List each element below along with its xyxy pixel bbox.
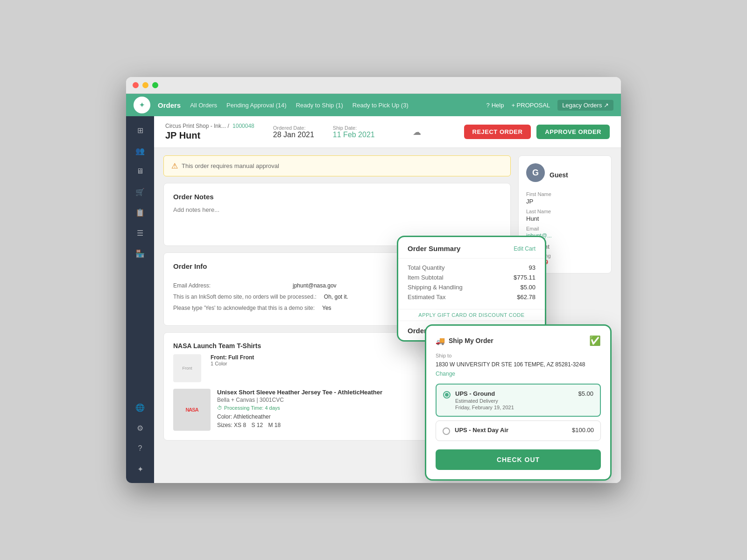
ship-date-block: Ship Date: 11 Feb 2021 [333, 125, 375, 139]
product-image-front: Front [173, 354, 201, 382]
summary-label-2: Shipping & Handling [408, 284, 463, 291]
nav-pending-approval[interactable]: Pending Approval (14) [226, 102, 287, 109]
ship-popup-title: 🚚 Ship My Order [436, 336, 493, 345]
help-link[interactable]: ? Help [486, 102, 504, 109]
guest-avatar: G [526, 163, 545, 182]
summary-row-2: Shipping & Handling $5.00 [408, 284, 536, 291]
shipping-option-next-day[interactable]: UPS - Next Day Air $100.00 [436, 420, 601, 441]
size-m-qty: 18 [275, 422, 281, 428]
maximize-button[interactable] [152, 82, 158, 88]
info-value-2: Yes [322, 305, 331, 311]
truck-icon: 🚚 [436, 336, 445, 345]
title-bar [126, 77, 621, 94]
sidebar-item-settings[interactable]: ⚙ [132, 420, 148, 436]
sidebar-item-help[interactable]: ? [132, 440, 148, 457]
size-s: S [251, 422, 255, 428]
radio-next-day [443, 427, 450, 435]
info-value-1: Oh, got it. [324, 294, 348, 300]
order-title-block: Circus Print Shop - Ink... / 1000048 JP … [165, 123, 254, 141]
sidebar: ⊞ 👥 🖥 🛒 📋 ☰ 🏪 🌐 ⚙ ? ✦ [126, 116, 154, 483]
ordered-label: Ordered Date: [273, 125, 314, 131]
info-label-0: Email Address: [173, 282, 285, 289]
summary-row-1: Item Subtotal $775.11 [408, 274, 536, 281]
colors-label: 1 Color [211, 361, 254, 366]
popup-title: Order Summary [408, 245, 460, 252]
first-name-value: JP [526, 198, 604, 205]
ship-label: Ship Date: [333, 125, 375, 131]
shipping-option-ground[interactable]: UPS - Ground Estimated Delivery Friday, … [436, 384, 601, 417]
sidebar-item-store[interactable]: 🏪 [132, 245, 148, 262]
shipping-ground-name: UPS - Ground [455, 390, 514, 397]
order-number-link[interactable]: 1000048 [233, 123, 254, 129]
alert-banner: ⚠ This order requires manual approval [163, 155, 511, 176]
ship-date: 11 Feb 2021 [333, 131, 375, 139]
sidebar-item-clipboard[interactable]: 📋 [132, 204, 148, 221]
summary-label-3: Estimated Tax [408, 294, 445, 301]
reject-order-button[interactable]: REJECT ORDER [464, 125, 531, 139]
close-button[interactable] [133, 82, 139, 88]
popup-header: Order Summary Edit Cart [398, 237, 545, 259]
radio-inner-ground [445, 393, 449, 397]
breadcrumb: Circus Print Shop - Ink... / 1000048 [165, 123, 254, 129]
summary-value-0: 93 [529, 264, 536, 271]
ship-to-section-label: Ship to [436, 353, 601, 358]
minimize-button[interactable] [142, 82, 148, 88]
nav-all-orders[interactable]: All Orders [190, 102, 217, 109]
nav-ready-to-pickup[interactable]: Ready to Pick Up (3) [352, 102, 409, 109]
size-m: M [268, 422, 273, 428]
shipping-ground-delivery-label: Estimated Delivery [455, 398, 514, 404]
cloud-upload-icon: ☁ [413, 127, 421, 137]
discount-link[interactable]: APPLY GIFT CARD OR DISCOUNT CODE [398, 309, 545, 321]
sidebar-item-monitor[interactable]: 🖥 [132, 163, 148, 180]
order-notes-title: Order Notes [173, 193, 501, 201]
summary-value-1: $775.11 [514, 274, 536, 281]
alert-message: This order requires manual approval [182, 162, 279, 169]
ordered-date: 28 Jan 2021 [273, 131, 314, 139]
nav-right: ? Help + PROPOSAL Legacy Orders ↗ [486, 100, 613, 111]
color-label: Color: [217, 413, 232, 420]
sidebar-item-logo-bottom[interactable]: ✦ [132, 461, 148, 477]
shipping-next-day-price: $100.00 [572, 427, 594, 434]
shipping-option-next-day-left: UPS - Next Day Air [443, 427, 508, 435]
summary-row-0: Total Quantity 93 [408, 264, 536, 271]
info-label-1: This is an InkSoft demo site, no orders … [173, 294, 317, 300]
edit-cart-link[interactable]: Edit Cart [514, 245, 536, 252]
product-section-name: NASA Launch Team T-Shirts [173, 342, 261, 350]
size-xs: XS [234, 422, 241, 428]
nav-links: All Orders Pending Approval (14) Ready t… [190, 102, 486, 109]
color-value: Athleticheather [233, 413, 271, 420]
shipping-option-ground-left: UPS - Ground Estimated Delivery Friday, … [443, 390, 514, 410]
order-notes-input[interactable] [173, 206, 501, 234]
sidebar-item-list[interactable]: ☰ [132, 224, 148, 241]
product-front-info: Front: Full Front 1 Color [211, 354, 254, 366]
legacy-orders-link[interactable]: Legacy Orders ↗ [557, 100, 613, 111]
guest-name: Guest [550, 171, 568, 179]
sidebar-item-dashboard[interactable]: ⊞ [132, 122, 148, 139]
summary-value-2: $5.00 [520, 284, 536, 291]
product-tshirt-image: NASA [173, 389, 211, 431]
sidebar-item-cart[interactable]: 🛒 [132, 183, 148, 200]
logo: ✦ [134, 97, 150, 113]
summary-value-3: $62.78 [517, 294, 536, 301]
ship-my-order-popup: 🚚 Ship My Order ✅ Ship to 1830 W UNIVERS… [425, 324, 612, 481]
alert-icon: ⚠ [171, 161, 178, 170]
last-name-label: Last Name [526, 209, 604, 214]
approve-order-button[interactable]: APPROVE ORDER [536, 125, 610, 139]
radio-ground [443, 391, 451, 399]
change-address-link[interactable]: Change [436, 371, 601, 377]
shipping-ground-details: UPS - Ground Estimated Delivery Friday, … [455, 390, 514, 410]
sidebar-item-users[interactable]: 👥 [132, 142, 148, 159]
summary-row-3: Estimated Tax $62.78 [408, 294, 536, 301]
order-actions: REJECT ORDER APPROVE ORDER [464, 125, 610, 139]
mac-window: ✦ Orders All Orders Pending Approval (14… [126, 77, 621, 483]
last-name-value: Hunt [526, 215, 604, 222]
checkout-button[interactable]: CHECK OUT [436, 449, 601, 470]
size-s-qty: 12 [257, 422, 263, 428]
sidebar-item-globe[interactable]: 🌐 [132, 399, 148, 416]
nav-ready-to-ship[interactable]: Ready to Ship (1) [296, 102, 343, 109]
nasa-logo-container: NASA [182, 403, 202, 416]
proposal-link[interactable]: + PROPOSAL [511, 102, 550, 109]
guest-header: G Guest [526, 163, 604, 187]
check-circle-icon: ✅ [589, 335, 601, 346]
product-image-block: Front [173, 354, 201, 382]
